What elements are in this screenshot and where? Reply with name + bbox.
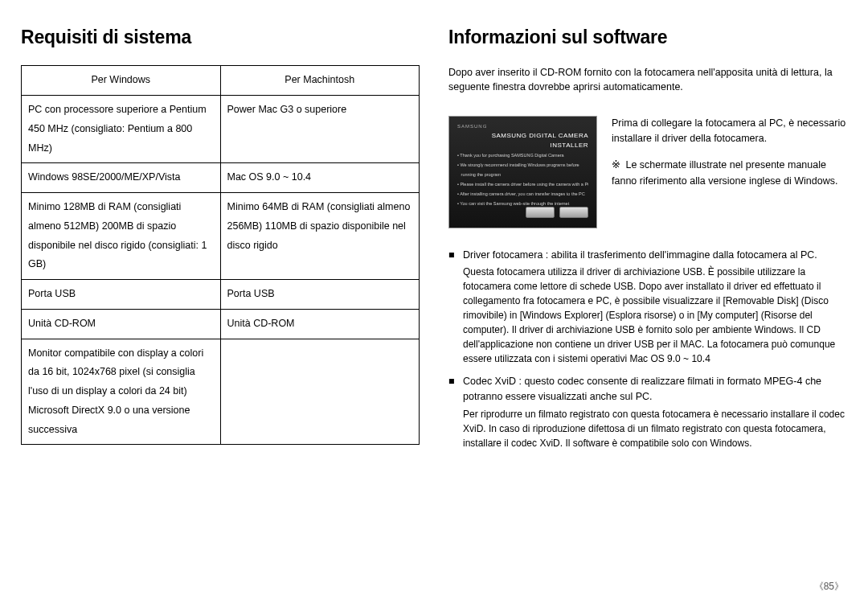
item-desc: Per riprodurre un filmato registrato con… <box>463 407 847 450</box>
table-cell: Unità CD-ROM <box>22 309 221 339</box>
figure-caption: Prima di collegare la fotocamera al PC, … <box>612 116 847 147</box>
table-row: Monitor compatibile con display a colori… <box>22 339 420 445</box>
table-cell: Power Mac G3 o superiore <box>220 96 420 163</box>
table-cell: Windows 98SE/2000/ME/XP/Vista <box>22 163 221 193</box>
note-symbol-icon: ※ <box>612 158 623 173</box>
table-row: Minimo 128MB di RAM (consigliati almeno … <box>22 193 420 280</box>
table-cell: Porta USB <box>220 280 420 310</box>
table-cell: Unità CD-ROM <box>220 309 420 339</box>
intro-text: Dopo aver inserito il CD-ROM fornito con… <box>448 65 847 94</box>
table-row: Unità CD-ROM Unità CD-ROM <box>22 309 420 339</box>
installer-ok-button <box>526 207 555 218</box>
installer-screenshot: SAMSUNG SAMSUNG DIGITAL CAMERA INSTALLER… <box>448 116 597 228</box>
list-item: ■ Codec XviD : questo codec consente di … <box>448 374 847 450</box>
table-row: Windows 98SE/2000/ME/XP/Vista Mac OS 9.0… <box>22 163 420 193</box>
installer-cancel-button <box>559 207 588 218</box>
right-heading: Informazioni sul software <box>448 24 847 51</box>
item-lead: Driver fotocamera : abilita il trasferim… <box>463 248 847 263</box>
item-lead: Codec XviD : questo codec consente di re… <box>463 374 847 405</box>
table-cell: Minimo 64MB di RAM (consigliati almeno 2… <box>220 193 420 280</box>
table-cell: PC con processore superiore a Pentium 45… <box>22 96 221 163</box>
left-heading: Requisiti di sistema <box>21 24 420 51</box>
installer-title: SAMSUNG DIGITAL CAMERA INSTALLER <box>457 131 588 150</box>
installer-body-text: • Thank you for purchasing SAMSUNG Digit… <box>457 153 588 208</box>
page-number: 《85》 <box>814 580 844 594</box>
square-bullet-icon: ■ <box>448 248 458 263</box>
table-cell <box>220 339 420 445</box>
list-item: ■ Driver fotocamera : abilita il trasfer… <box>448 248 847 366</box>
table-row: Porta USB Porta USB <box>22 280 420 310</box>
requirements-table: Per Windows Per Machintosh PC con proces… <box>21 65 420 445</box>
table-cell: Minimo 128MB di RAM (consigliati almeno … <box>22 193 221 280</box>
note-text: Le schermate illustrate nel presente man… <box>612 159 837 186</box>
item-desc: Questa fotocamera utilizza il driver di … <box>463 265 847 366</box>
table-cell: Porta USB <box>22 280 221 310</box>
table-cell: Mac OS 9.0 ~ 10.4 <box>220 163 420 193</box>
table-cell: Monitor compatibile con display a colori… <box>22 339 221 445</box>
table-header-mac: Per Machintosh <box>220 66 420 96</box>
table-header-windows: Per Windows <box>22 66 221 96</box>
square-bullet-icon: ■ <box>448 374 458 405</box>
installer-brand: SAMSUNG <box>457 123 588 130</box>
table-row: PC con processore superiore a Pentium 45… <box>22 96 420 163</box>
